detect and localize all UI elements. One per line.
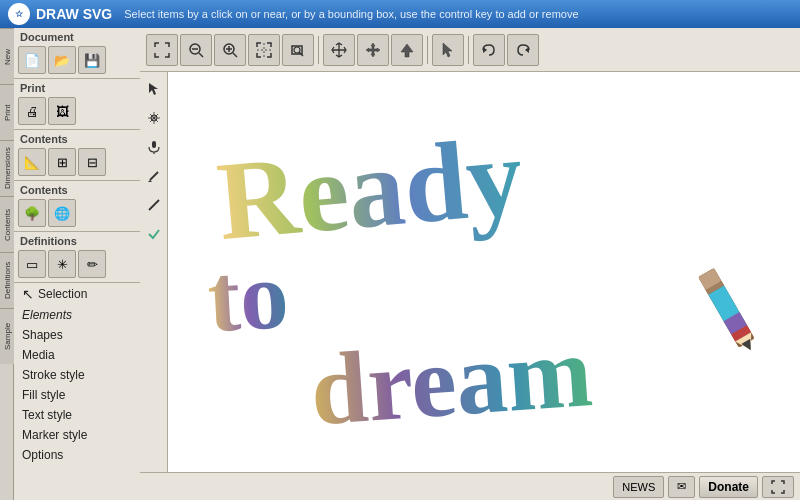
move-up-button[interactable]: [391, 34, 423, 66]
tab-print[interactable]: Print: [0, 84, 14, 140]
zoom-in-button[interactable]: [214, 34, 246, 66]
tab-dimensions[interactable]: Dimensions: [0, 140, 14, 196]
undo-button[interactable]: [473, 34, 505, 66]
bottom-bar: NEWS ✉ Donate: [140, 472, 800, 500]
nav-marker-style[interactable]: Marker style: [14, 425, 140, 445]
fit-page-button[interactable]: [146, 34, 178, 66]
new-icons-row: 📄 📂 💾: [14, 44, 140, 76]
arrow-tool-button[interactable]: [141, 76, 167, 102]
left-toolstrip: [140, 72, 168, 472]
status-hint: Select items by a click on or near, or b…: [124, 8, 578, 20]
tab-contents[interactable]: Contents: [0, 196, 14, 252]
pencil-defs-button[interactable]: ✏: [78, 250, 106, 278]
select-arrow-button[interactable]: [432, 34, 464, 66]
nav-shapes[interactable]: Shapes: [14, 325, 140, 345]
svg-marker-13: [443, 43, 452, 57]
svg-text:to: to: [205, 241, 291, 352]
nav-elements[interactable]: Elements: [14, 305, 140, 325]
snap-button[interactable]: ⊟: [78, 148, 106, 176]
document-title: Document: [14, 30, 140, 44]
canvas-area: Ready to dream: [140, 72, 800, 472]
pan-button[interactable]: [323, 34, 355, 66]
dimensions-icons-row: 📐 ⊞ ⊟: [14, 146, 140, 178]
donate-label: Donate: [708, 480, 749, 494]
news-label: NEWS: [622, 481, 655, 493]
svg-marker-16: [149, 83, 158, 95]
logo-star-icon: ☆: [15, 9, 23, 19]
tree-button[interactable]: 🌳: [18, 199, 46, 227]
contents-icons-row: 🌳 🌐: [14, 197, 140, 229]
tab-definitions[interactable]: Definitions: [0, 252, 14, 308]
side-tab-column: New Print Dimensions Contents Definition…: [0, 28, 14, 500]
redo-button[interactable]: [507, 34, 539, 66]
svg-line-24: [150, 172, 158, 180]
definitions-icons-row: ▭ ✳ ✏: [14, 248, 140, 280]
globe-button[interactable]: 🌐: [48, 199, 76, 227]
drawing-canvas[interactable]: Ready to dream: [168, 72, 800, 472]
svg-rect-22: [152, 141, 156, 148]
email-icon: ✉: [677, 480, 686, 493]
star-tool-button[interactable]: [141, 105, 167, 131]
dimensions-icon-btn[interactable]: 📐: [18, 148, 46, 176]
toolbar-sep-2: [427, 36, 428, 64]
zoom-fit-button[interactable]: [248, 34, 280, 66]
fullscreen-icon: [771, 480, 785, 494]
new-doc-button[interactable]: 📄: [18, 46, 46, 74]
nav-stroke-style[interactable]: Stroke style: [14, 365, 140, 385]
nav-media[interactable]: Media: [14, 345, 140, 365]
zoom-out-button[interactable]: [180, 34, 212, 66]
tab-sample[interactable]: Sample: [0, 308, 14, 364]
svg-line-6: [233, 53, 237, 57]
svg-line-2: [199, 53, 203, 57]
nav-fill-style[interactable]: Fill style: [14, 385, 140, 405]
definitions-section: Definitions ▭ ✳ ✏: [14, 232, 140, 283]
app-logo: ☆: [8, 3, 30, 25]
donate-button[interactable]: Donate: [699, 476, 758, 498]
line-tool-button[interactable]: [141, 192, 167, 218]
svg-marker-15: [525, 47, 529, 53]
toolbar-sep-1: [318, 36, 319, 64]
svg-text:dream: dream: [307, 314, 595, 446]
fullscreen-button[interactable]: [762, 476, 794, 498]
title-bar: ☆ DRAW SVG Select items by a click on or…: [0, 0, 800, 28]
move-button[interactable]: [357, 34, 389, 66]
print-button[interactable]: 🖨: [18, 97, 46, 125]
print-preview-button[interactable]: 🖼: [48, 97, 76, 125]
zoom-select-button[interactable]: [282, 34, 314, 66]
print-section: Print 🖨 🖼: [14, 79, 140, 130]
nav-options[interactable]: Options: [14, 445, 140, 465]
open-button[interactable]: 📂: [48, 46, 76, 74]
mic-tool-button[interactable]: [141, 134, 167, 160]
svg-marker-12: [401, 44, 413, 57]
svg-line-26: [149, 200, 159, 210]
defs-button[interactable]: ▭: [18, 250, 46, 278]
svg-canvas: Ready to dream: [168, 72, 800, 472]
document-section: Document 📄 📂 💾: [14, 28, 140, 79]
contents-section: Contents 🌳 🌐: [14, 181, 140, 232]
toolbar-sep-3: [468, 36, 469, 64]
sidebar: Document 📄 📂 💾 Print 🖨 🖼 Contents 📐 ⊞ ⊟: [14, 28, 140, 500]
definitions-title: Definitions: [14, 234, 140, 248]
print-icons-row: 🖨 🖼: [14, 95, 140, 127]
pencil-tool-button[interactable]: [141, 163, 167, 189]
email-button[interactable]: ✉: [668, 476, 695, 498]
nav-selection[interactable]: ↖Selection: [14, 283, 140, 305]
grid-button[interactable]: ⊞: [48, 148, 76, 176]
save-button[interactable]: 💾: [78, 46, 106, 74]
dimensions-section: Contents 📐 ⊞ ⊟: [14, 130, 140, 181]
svg-marker-25: [148, 180, 152, 182]
main-area: New Print Dimensions Contents Definition…: [0, 28, 800, 500]
check-tool-button[interactable]: [141, 221, 167, 247]
content-area: Ready to dream: [140, 28, 800, 500]
star-defs-button[interactable]: ✳: [48, 250, 76, 278]
contents-title: Contents: [14, 183, 140, 197]
svg-text:Ready: Ready: [213, 113, 528, 263]
toolbar: [140, 28, 800, 72]
print-title: Print: [14, 81, 140, 95]
dimensions-title: Contents: [14, 132, 140, 146]
svg-marker-14: [483, 47, 487, 53]
app-title: DRAW SVG: [36, 6, 112, 22]
news-button[interactable]: NEWS: [613, 476, 664, 498]
nav-text-style[interactable]: Text style: [14, 405, 140, 425]
tab-new[interactable]: New: [0, 28, 14, 84]
